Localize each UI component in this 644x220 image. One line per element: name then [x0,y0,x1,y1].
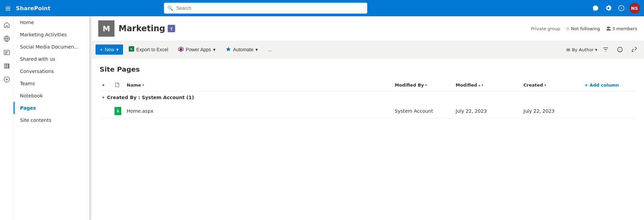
svg-text:?: ? [621,6,622,11]
by-author-button[interactable]: ≡ By Author ▾ [566,47,597,53]
modified-by-col-label: Modified By [395,82,424,88]
rail-library-icon[interactable] [1,60,13,72]
sidebar-item-social-media[interactable]: Social Media Documen... [14,41,91,53]
sidebar-scrollbar[interactable] [89,16,91,220]
group-label: Created By : System Account (1) [107,95,194,100]
topbar: ⊞ SharePoint 🔍 ? NS [0,0,644,16]
search-container: 🔍 [164,3,367,14]
expand-icon [631,47,637,52]
created-col-label: Created [523,82,543,88]
row-check [100,108,112,114]
automate-icon [226,47,231,53]
automate-chevron-icon: ▾ [255,47,258,52]
name-col-label: Name [127,82,141,88]
main-layout: Home Marketing Activities Social Media D… [0,16,644,220]
modified-col-label: Modified [456,82,477,88]
row-modified-by: System Account [392,105,453,117]
col-file-icon [112,80,124,90]
help-button[interactable]: ? [616,3,626,13]
search-icon: 🔍 [167,5,173,11]
app-name: SharePoint [16,5,50,12]
comment-button[interactable] [590,3,601,13]
sidebar-item-notebook[interactable]: Notebook [14,90,91,102]
site-header-right: Private group ☆ Not following 3 members [531,26,637,31]
add-column-label[interactable]: + Add column [584,82,619,88]
powerapps-button[interactable]: Power Apps ▾ [174,44,220,55]
plus-icon: + [100,47,103,52]
col-name[interactable]: Name ▾ [124,80,392,90]
file-type-icon [115,82,120,88]
site-title: Marketing T [119,24,175,33]
members-button[interactable]: 3 members [605,26,637,31]
more-button[interactable]: ... [264,44,276,55]
sidebar-item-home[interactable]: Home [14,16,91,29]
svg-text:T: T [170,26,173,31]
svg-rect-4 [4,64,6,68]
row-created: July 22, 2023 [521,105,582,117]
filter-button[interactable] [600,45,611,54]
search-input[interactable] [164,3,367,14]
group-header[interactable]: ▾ Created By : System Account (1) [100,91,636,104]
table-header-row: ▾ Name ▾ Modified By ▾ Modified [100,79,636,91]
site-logo: M [98,20,115,37]
topbar-actions: ? NS [590,3,640,14]
powerapps-chevron-icon: ▾ [213,47,215,52]
svg-text:i: i [620,49,621,52]
sharepoint-page-icon: S [115,107,121,115]
excel-icon: X [129,46,134,53]
icon-rail [0,16,14,220]
sidebar-item-pages[interactable]: Pages [14,102,91,114]
content-area: Site Pages ▾ Name ▾ Modified By [91,58,644,220]
svg-rect-6 [8,64,9,68]
header-chevron-icon: ▾ [102,82,105,88]
page-title: Site Pages [100,65,636,73]
modified-sort-desc-icon: ▾ [481,83,483,87]
modified-by-sort-icon: ▾ [425,83,427,87]
sidebar: Home Marketing Activities Social Media D… [14,16,91,220]
teams-integration-icon[interactable]: T [168,25,175,32]
info-button[interactable]: i [614,45,626,54]
settings-button[interactable] [603,3,614,13]
created-sort-icon: ▾ [544,83,546,87]
rail-news-icon[interactable] [1,46,13,58]
toolbar: + New ▾ X Export to Excel Power Apps ▾ [91,41,644,58]
col-add-column[interactable]: + Add column [582,80,636,90]
rail-add-icon[interactable] [1,73,13,86]
export-excel-button[interactable]: X Export to Excel [124,44,172,55]
name-sort-icon: ▾ [142,83,144,87]
table-row[interactable]: S Home.aspx System Account July 22, 2023… [100,104,636,119]
waffle-icon[interactable]: ⊞ [4,3,12,13]
row-extra [582,108,636,114]
row-file-icon: S [112,104,124,118]
group-chevron-icon: ▾ [102,95,104,100]
site-header: M Marketing T Private group ☆ Not follow… [91,16,644,41]
modified-sort-asc-icon: ▴ [478,83,480,87]
col-modified-by[interactable]: Modified By ▾ [392,80,453,90]
new-button[interactable]: + New ▾ [96,44,123,55]
by-author-chevron: ▾ [595,47,597,52]
toolbar-right: ≡ By Author ▾ i [566,45,640,54]
automate-button[interactable]: Automate ▾ [221,44,262,55]
group-by-icon: ≡ [566,47,570,53]
star-icon: ☆ [566,26,570,31]
sidebar-item-marketing-activities[interactable]: Marketing Activities [14,29,91,41]
col-modified[interactable]: Modified ▴ ▾ [453,80,521,90]
expand-button[interactable] [628,45,640,54]
col-created[interactable]: Created ▾ [521,80,582,90]
row-modified: July 22, 2023 [453,105,521,117]
sidebar-item-conversations[interactable]: Conversations [14,65,91,77]
files-table: ▾ Name ▾ Modified By ▾ Modified [100,79,636,119]
col-chevron: ▾ [100,80,112,90]
row-name[interactable]: Home.aspx [124,105,392,117]
rail-globe-icon[interactable] [1,33,13,45]
rail-home-icon[interactable] [1,19,13,31]
follow-button[interactable]: ☆ Not following [566,26,600,31]
new-chevron-icon: ▾ [116,47,119,52]
sidebar-item-teams[interactable]: Teams [14,77,91,90]
user-avatar[interactable]: NS [629,3,640,14]
sidebar-item-site-contents[interactable]: Site contents [14,114,91,126]
svg-text:X: X [130,48,133,51]
sidebar-item-shared-with-us[interactable]: Shared with us [14,53,91,65]
svg-rect-5 [6,64,8,68]
powerapps-icon [178,47,184,53]
